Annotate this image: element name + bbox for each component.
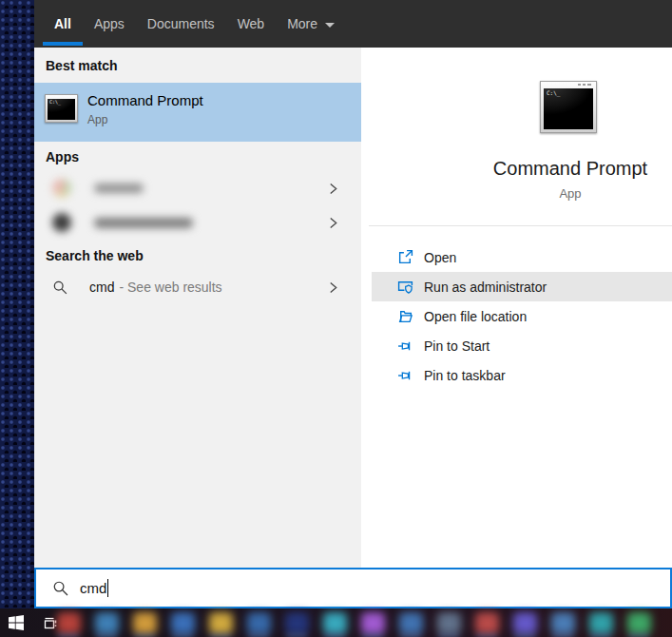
taskbar xyxy=(0,608,672,637)
best-match-subtitle: App xyxy=(87,113,203,126)
best-match-title: Command Prompt xyxy=(87,92,203,108)
preview-title: Command Prompt xyxy=(428,158,672,180)
divider xyxy=(369,225,672,226)
command-prompt-icon: C:\_ xyxy=(45,94,78,123)
section-header-best-match: Best match xyxy=(46,58,117,73)
open-file-location-icon xyxy=(397,308,413,324)
search-results-area: Best match C:\_ Command Prompt App Apps xyxy=(34,48,672,568)
app-icon-blurred xyxy=(361,612,385,634)
taskbar-app-icon[interactable] xyxy=(87,608,125,637)
search-filter-tabs: All Apps Documents Web More xyxy=(34,0,672,48)
open-icon xyxy=(397,249,413,265)
taskbar-app-icon[interactable] xyxy=(49,608,87,637)
app-icon-blurred xyxy=(323,612,347,634)
taskbar-app-icon[interactable] xyxy=(392,608,430,637)
text-cursor xyxy=(107,579,108,597)
app-result-redacted-2[interactable] xyxy=(34,205,361,240)
app-icon-blurred xyxy=(95,612,119,634)
best-match-result[interactable]: C:\_ Command Prompt App xyxy=(34,83,361,142)
preview-subtitle: App xyxy=(428,186,672,201)
redacted-content xyxy=(34,213,193,232)
action-open-file-location[interactable]: Open file location xyxy=(372,301,672,331)
action-run-as-administrator-label: Run as administrator xyxy=(424,280,547,295)
search-icon xyxy=(52,580,69,597)
tab-all-label: All xyxy=(54,16,71,31)
app-icon-blurred xyxy=(399,612,423,634)
tab-all[interactable]: All xyxy=(43,0,83,48)
section-header-apps: Apps xyxy=(46,149,79,164)
taskbar-app-icon[interactable] xyxy=(468,608,506,637)
command-prompt-icon-large: C:\_ xyxy=(540,81,597,133)
action-list: Open Run as administrator xyxy=(361,242,672,390)
tab-web-label: Web xyxy=(238,16,265,31)
action-open-file-location-label: Open file location xyxy=(424,309,527,324)
tab-apps[interactable]: Apps xyxy=(83,0,136,48)
pin-icon xyxy=(397,367,413,383)
taskbar-app-icon[interactable] xyxy=(278,608,316,637)
search-input-value: cmd xyxy=(80,580,106,596)
app-icon-blurred xyxy=(437,612,461,634)
taskbar-app-icon[interactable] xyxy=(125,608,163,637)
taskbar-app-icon[interactable] xyxy=(202,608,240,637)
search-input[interactable]: cmd xyxy=(34,568,672,608)
tab-web[interactable]: Web xyxy=(226,0,277,48)
results-panel: Best match C:\_ Command Prompt App Apps xyxy=(34,48,361,568)
desktop-wallpaper: All Apps Documents Web More Best match xyxy=(0,0,672,637)
taskbar-app-icon[interactable] xyxy=(316,608,354,637)
preview-panel: C:\_ Command Prompt App Open xyxy=(361,48,672,568)
app-icon-blurred xyxy=(627,612,651,634)
app-icon xyxy=(52,179,71,198)
app-icon-blurred xyxy=(551,612,575,634)
chevron-right-icon xyxy=(328,216,338,230)
app-icon-blurred xyxy=(285,612,309,634)
app-icon-blurred xyxy=(57,612,81,634)
chevron-right-icon xyxy=(328,280,338,295)
web-search-suffix: - See web results xyxy=(119,280,221,295)
tab-documents[interactable]: Documents xyxy=(136,0,226,48)
taskbar-app-icon[interactable] xyxy=(430,608,468,637)
web-search-result[interactable]: cmd - See web results xyxy=(34,270,361,304)
redacted-content xyxy=(34,179,144,198)
taskbar-pinned-apps xyxy=(49,608,658,637)
tab-more[interactable]: More xyxy=(276,0,346,48)
action-open-label: Open xyxy=(424,250,456,265)
app-icon-blurred xyxy=(171,612,195,634)
active-tab-underline xyxy=(43,42,83,46)
app-icon-blurred xyxy=(133,612,157,634)
action-run-as-administrator[interactable]: Run as administrator xyxy=(372,272,672,301)
taskbar-app-icon[interactable] xyxy=(544,608,582,637)
app-icon-blurred xyxy=(589,612,613,634)
windows-logo-icon xyxy=(9,615,24,630)
app-icon-blurred xyxy=(247,612,271,634)
taskbar-app-icon[interactable] xyxy=(240,608,278,637)
taskbar-app-icon[interactable] xyxy=(354,608,392,637)
app-icon-blurred xyxy=(475,612,499,634)
start-button[interactable] xyxy=(2,608,30,637)
taskbar-app-icon[interactable] xyxy=(163,608,202,637)
action-pin-to-start[interactable]: Pin to Start xyxy=(372,331,672,360)
web-search-query: cmd xyxy=(89,280,114,295)
action-pin-to-taskbar[interactable]: Pin to taskbar xyxy=(372,360,672,390)
search-flyout-window: All Apps Documents Web More Best match xyxy=(34,0,672,608)
chevron-right-icon xyxy=(328,182,338,196)
taskbar-app-icon[interactable] xyxy=(506,608,544,637)
command-prompt-icon-screen: C:\_ xyxy=(544,88,593,129)
search-icon xyxy=(52,280,68,296)
app-icon-blurred xyxy=(209,612,233,634)
app-icon-blurred xyxy=(513,612,537,634)
action-open[interactable]: Open xyxy=(372,242,672,272)
tab-apps-label: Apps xyxy=(94,16,125,31)
taskbar-app-icon[interactable] xyxy=(582,608,620,637)
taskbar-app-icon[interactable] xyxy=(620,608,658,637)
redacted-label xyxy=(94,218,193,228)
app-result-redacted-1[interactable] xyxy=(34,171,361,205)
pin-icon xyxy=(397,338,413,354)
tab-documents-label: Documents xyxy=(147,16,215,31)
action-pin-to-taskbar-label: Pin to taskbar xyxy=(424,368,506,383)
action-pin-to-start-label: Pin to Start xyxy=(424,338,490,354)
section-header-search-the-web: Search the web xyxy=(46,248,144,263)
window-controls-icon xyxy=(578,84,591,86)
run-as-admin-icon xyxy=(397,279,413,295)
chevron-down-icon xyxy=(325,23,335,28)
tab-more-label: More xyxy=(287,16,317,31)
